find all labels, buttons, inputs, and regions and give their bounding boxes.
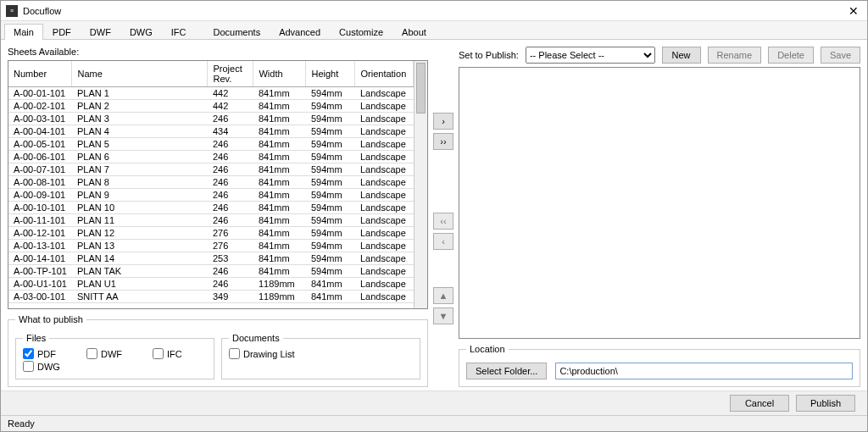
ifc-checkbox-input[interactable] [153, 348, 164, 359]
cell-rev: 349 [208, 291, 253, 303]
cell-num: A-00-06-101 [8, 151, 72, 163]
col-number[interactable]: Number [8, 61, 72, 87]
table-row[interactable]: A-00-U1-101PLAN U12461189mm841mmLandscap… [8, 278, 414, 291]
dwf-checkbox-input[interactable] [86, 348, 97, 359]
cancel-button[interactable]: Cancel [730, 395, 789, 412]
cell-rev: 246 [208, 113, 253, 125]
publish-button[interactable]: Publish [796, 395, 855, 412]
table-row[interactable]: A-00-10-101PLAN 10246841mm594mmLandscape [8, 202, 414, 214]
rename-button[interactable]: Rename [708, 47, 762, 64]
col-orientation[interactable]: Orientation [355, 61, 414, 87]
cell-name: PLAN U1 [72, 278, 208, 291]
cell-rev: 442 [208, 100, 253, 113]
remove-one-button[interactable]: ‹ [433, 233, 453, 250]
table-row[interactable]: A-00-03-101PLAN 3246841mm594mmLandscape [8, 113, 414, 125]
table-row[interactable]: A-00-06-101PLAN 6246841mm594mmLandscape [8, 151, 414, 163]
cell-name: PLAN 1 [72, 87, 208, 100]
col-height[interactable]: Height [306, 61, 355, 87]
cell-rev: 246 [208, 189, 253, 202]
cell-rev: 246 [208, 176, 253, 189]
table-row[interactable]: A-03-00-101SNITT AA3491189mm841mmLandsca… [8, 291, 414, 303]
col-name[interactable]: Name [72, 61, 208, 87]
table-row[interactable]: A-00-02-101PLAN 2442841mm594mmLandscape [8, 100, 414, 113]
cell-o: Landscape [355, 189, 414, 202]
cell-num: A-00-U1-101 [8, 278, 72, 291]
cell-num: A-00-12-101 [8, 227, 72, 240]
tab-about[interactable]: About [392, 24, 436, 40]
table-row[interactable]: A-00-14-101PLAN 14253841mm594mmLandscape [8, 252, 414, 265]
cell-h: 594mm [306, 87, 355, 100]
cell-o: Landscape [355, 113, 414, 125]
tab-documents[interactable]: Documents [204, 24, 270, 40]
set-to-publish-select[interactable]: -- Please Select -- [526, 47, 655, 64]
ifc-checkbox[interactable]: IFC [153, 348, 182, 359]
table-row[interactable]: A-00-12-101PLAN 12276841mm594mmLandscape [8, 227, 414, 240]
drawing-list-checkbox[interactable]: Drawing List [229, 348, 295, 359]
table-row[interactable]: A-00-13-101PLAN 13276841mm594mmLandscape [8, 240, 414, 252]
cell-h: 594mm [306, 265, 355, 278]
move-up-button[interactable]: ▲ [433, 287, 453, 304]
cell-w: 841mm [253, 138, 306, 151]
tab-dwg[interactable]: DWG [120, 24, 162, 40]
cell-o: Landscape [355, 291, 414, 303]
delete-button[interactable]: Delete [768, 47, 814, 64]
new-button[interactable]: New [662, 47, 701, 64]
cell-name: PLAN 14 [72, 252, 208, 265]
dwf-checkbox[interactable]: DWF [86, 348, 122, 359]
select-folder-button[interactable]: Select Folder... [466, 363, 547, 379]
col-width[interactable]: Width [253, 61, 306, 87]
save-button[interactable]: Save [821, 47, 860, 64]
cell-num: A-00-08-101 [8, 176, 72, 189]
cell-num: A-00-01-101 [8, 87, 72, 100]
tab-dwf[interactable]: DWF [81, 24, 120, 40]
dwg-checkbox-input[interactable] [23, 361, 34, 372]
table-row[interactable]: A-00-05-101PLAN 5246841mm594mmLandscape [8, 138, 414, 151]
folder-path-input[interactable] [555, 363, 853, 379]
cell-rev: 246 [208, 202, 253, 214]
remove-all-button[interactable]: ‹‹ [433, 213, 453, 230]
cell-o: Landscape [355, 87, 414, 100]
publish-list[interactable] [459, 67, 860, 339]
cell-w: 841mm [253, 252, 306, 265]
cell-num: A-00-09-101 [8, 189, 72, 202]
cell-o: Landscape [355, 163, 414, 176]
tab-customize[interactable]: Customize [330, 24, 392, 40]
table-row[interactable]: A-00-TP-101PLAN TAK246841mm594mmLandscap… [8, 265, 414, 278]
cell-h: 594mm [306, 113, 355, 125]
cell-rev: 246 [208, 214, 253, 227]
tab-main[interactable]: Main [4, 24, 43, 40]
table-row[interactable]: A-00-11-101PLAN 11246841mm594mmLandscape [8, 214, 414, 227]
cell-w: 841mm [253, 100, 306, 113]
cell-o: Landscape [355, 278, 414, 291]
pdf-checkbox-input[interactable] [23, 348, 34, 359]
cell-w: 1189mm [253, 278, 306, 291]
table-row[interactable]: A-00-01-101PLAN 1442841mm594mmLandscape [8, 87, 414, 100]
tab-pdf[interactable]: PDF [43, 24, 81, 40]
drawing-list-checkbox-input[interactable] [229, 348, 240, 359]
table-row[interactable]: A-00-09-101PLAN 9246841mm594mmLandscape [8, 189, 414, 202]
add-one-button[interactable]: › [433, 113, 453, 130]
what-to-publish-group: What to publish Files PDF DWF [8, 314, 428, 387]
table-row[interactable]: A-00-08-101PLAN 8246841mm594mmLandscape [8, 176, 414, 189]
move-down-button[interactable]: ▼ [433, 307, 453, 324]
cell-rev: 442 [208, 87, 253, 100]
table-row[interactable]: A-00-04-101PLAN 4434841mm594mmLandscape [8, 125, 414, 138]
add-all-button[interactable]: ›› [433, 133, 453, 150]
close-icon[interactable]: ✕ [845, 4, 862, 18]
col-rev[interactable]: Project Rev. [208, 61, 253, 87]
files-legend: Files [23, 333, 49, 343]
tab-advanced[interactable]: Advanced [270, 24, 330, 40]
table-row[interactable]: A-00-07-101PLAN 7246841mm594mmLandscape [8, 163, 414, 176]
sheets-scrollbar[interactable] [414, 61, 427, 308]
cell-w: 841mm [253, 265, 306, 278]
pdf-checkbox[interactable]: PDF [23, 348, 56, 359]
cell-num: A-00-03-101 [8, 113, 72, 125]
cell-name: PLAN 5 [72, 138, 208, 151]
cell-num: A-00-13-101 [8, 240, 72, 252]
dwg-checkbox[interactable]: DWG [23, 361, 60, 372]
tab-ifc[interactable]: IFC [162, 24, 196, 40]
cell-w: 841mm [253, 240, 306, 252]
cell-h: 594mm [306, 163, 355, 176]
cell-w: 841mm [253, 151, 306, 163]
scrollbar-thumb[interactable] [416, 63, 426, 114]
